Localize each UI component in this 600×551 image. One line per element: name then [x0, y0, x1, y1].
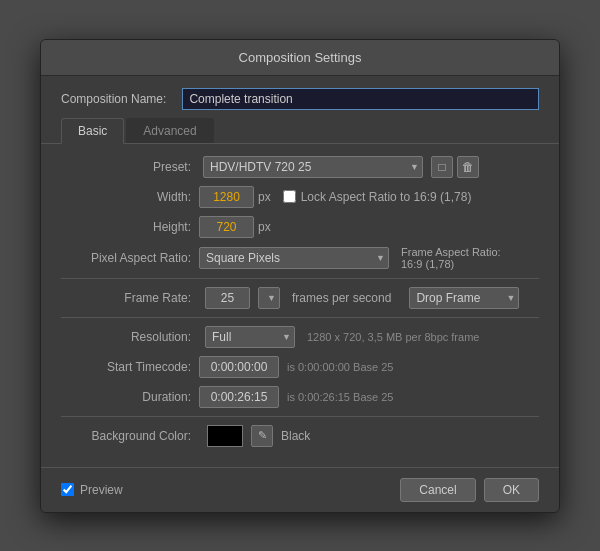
- start-timecode-row: Start Timecode: is 0:00:00:00 Base 25: [61, 356, 539, 378]
- width-input[interactable]: [199, 186, 254, 208]
- resolution-select[interactable]: Full Half Third Quarter: [205, 326, 295, 348]
- preset-save-button[interactable]: □: [431, 156, 453, 178]
- duration-row: Duration: is 0:00:26:15 Base 25: [61, 386, 539, 408]
- width-label: Width:: [61, 190, 191, 204]
- bg-color-swatch[interactable]: [207, 425, 243, 447]
- preset-select-wrapper: HDV/HDTV 720 25 HDTV 1080 25 PAL D1/DV N…: [203, 156, 423, 178]
- tab-advanced[interactable]: Advanced: [126, 118, 213, 143]
- divider-2: [61, 317, 539, 318]
- drop-frame-select[interactable]: Drop Frame Non-Drop Frame: [409, 287, 519, 309]
- duration-label: Duration:: [61, 390, 191, 404]
- height-row: Height: px: [61, 216, 539, 238]
- footer-buttons: Cancel OK: [400, 478, 539, 502]
- bg-color-row: Background Color: ✎ Black: [61, 425, 539, 447]
- resolution-info: 1280 x 720, 3,5 MB per 8bpc frame: [307, 331, 479, 343]
- pixel-aspect-select-wrapper: Square Pixels D1/DV NTSC (0.91) D1/DV PA…: [199, 247, 389, 269]
- preset-select[interactable]: HDV/HDTV 720 25 HDTV 1080 25 PAL D1/DV N…: [203, 156, 423, 178]
- start-timecode-label: Start Timecode:: [61, 360, 191, 374]
- frame-aspect-label: Frame Aspect Ratio:: [401, 246, 501, 258]
- resolution-row: Resolution: Full Half Third Quarter ▼ 12…: [61, 326, 539, 348]
- duration-info: is 0:00:26:15 Base 25: [287, 391, 393, 403]
- comp-name-row: Composition Name:: [41, 76, 559, 118]
- pixel-aspect-label: Pixel Aspect Ratio:: [61, 251, 191, 265]
- height-label: Height:: [61, 220, 191, 234]
- resolution-label: Resolution:: [61, 330, 191, 344]
- comp-name-label: Composition Name:: [61, 92, 166, 106]
- frame-aspect-info: Frame Aspect Ratio: 16:9 (1,78): [401, 246, 501, 270]
- frame-rate-label: Frame Rate:: [61, 291, 191, 305]
- eyedropper-button[interactable]: ✎: [251, 425, 273, 447]
- frame-aspect-value: 16:9 (1,78): [401, 258, 454, 270]
- lock-aspect-checkbox[interactable]: [283, 190, 296, 203]
- lock-aspect-label: Lock Aspect Ratio to 16:9 (1,78): [301, 190, 472, 204]
- preview-checkbox[interactable]: [61, 483, 74, 496]
- preset-delete-button[interactable]: 🗑: [457, 156, 479, 178]
- composition-settings-dialog: Composition Settings Composition Name: B…: [40, 39, 560, 513]
- preset-label: Preset:: [61, 160, 191, 174]
- dialog-footer: Preview Cancel OK: [41, 467, 559, 512]
- bg-color-name: Black: [281, 429, 310, 443]
- divider-1: [61, 278, 539, 279]
- start-timecode-info: is 0:00:00:00 Base 25: [287, 361, 393, 373]
- start-timecode-input[interactable]: [199, 356, 279, 378]
- height-unit: px: [258, 220, 271, 234]
- height-input[interactable]: [199, 216, 254, 238]
- resolution-select-wrapper: Full Half Third Quarter ▼: [205, 326, 295, 348]
- divider-3: [61, 416, 539, 417]
- lock-aspect-row: Lock Aspect Ratio to 16:9 (1,78): [283, 190, 472, 204]
- pixel-aspect-select[interactable]: Square Pixels D1/DV NTSC (0.91) D1/DV PA…: [199, 247, 389, 269]
- ok-button[interactable]: OK: [484, 478, 539, 502]
- frame-rate-input[interactable]: [205, 287, 250, 309]
- fps-label: frames per second: [292, 291, 391, 305]
- drop-frame-wrapper: Drop Frame Non-Drop Frame ▼: [409, 287, 519, 309]
- cancel-button[interactable]: Cancel: [400, 478, 475, 502]
- dialog-title: Composition Settings: [41, 40, 559, 76]
- duration-input[interactable]: [199, 386, 279, 408]
- width-unit: px: [258, 190, 271, 204]
- comp-name-input[interactable]: [182, 88, 539, 110]
- bg-color-label: Background Color:: [61, 429, 191, 443]
- preview-row: Preview: [61, 483, 123, 497]
- frame-rate-select[interactable]: [258, 287, 280, 309]
- tab-content-basic: Preset: HDV/HDTV 720 25 HDTV 1080 25 PAL…: [41, 144, 559, 467]
- width-row: Width: px Lock Aspect Ratio to 16:9 (1,7…: [61, 186, 539, 208]
- pixel-aspect-row: Pixel Aspect Ratio: Square Pixels D1/DV …: [61, 246, 539, 270]
- frame-rate-row: Frame Rate: ▼ frames per second Drop Fra…: [61, 287, 539, 309]
- preview-label: Preview: [80, 483, 123, 497]
- preset-row: Preset: HDV/HDTV 720 25 HDTV 1080 25 PAL…: [61, 156, 539, 178]
- tabs: Basic Advanced: [41, 118, 559, 144]
- frame-rate-arrow-wrapper: ▼: [258, 287, 280, 309]
- tab-basic[interactable]: Basic: [61, 118, 124, 144]
